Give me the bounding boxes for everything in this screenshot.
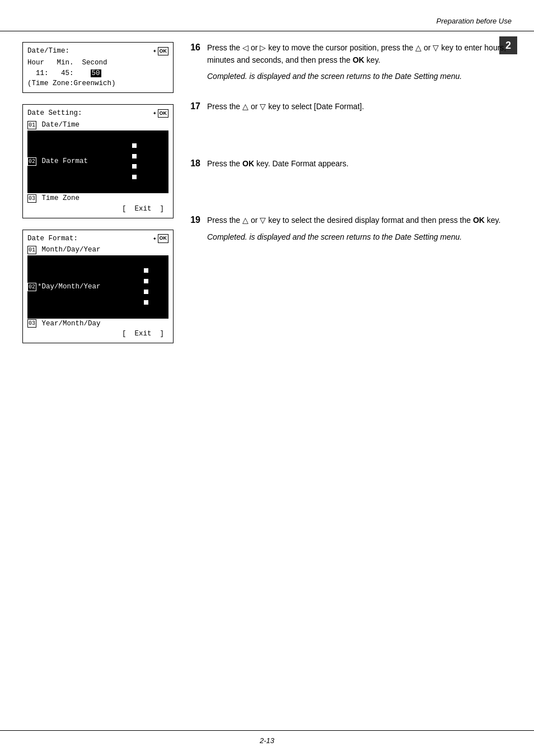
date-format-item-3: 03 Year/Month/Day — [27, 319, 168, 329]
step-16-note: Completed. is displayed and the screen r… — [207, 71, 512, 83]
date-format-title: Date Format: — [27, 234, 78, 244]
step-19-content: Press the △ or ▽ key to select the desir… — [207, 214, 512, 243]
step-19-number: 19 — [185, 214, 200, 225]
date-format-screen: Date Format: ✦OK 01 Month/Day/Year 02*Da… — [22, 230, 174, 344]
date-setting-item-3: 03 Time Zone — [27, 193, 168, 204]
date-setting-title: Date Setting: — [27, 108, 82, 119]
page-footer: 2-13 — [260, 736, 274, 745]
instructions-column: 16 Press the ◁ or ▷ key to move the curs… — [185, 42, 512, 259]
step-16: 16 Press the ◁ or ▷ key to move the curs… — [185, 42, 512, 83]
step-17: 17 Press the △ or ▽ key to select [Date … — [185, 101, 512, 113]
step-17-content: Press the △ or ▽ key to select [Date For… — [207, 101, 512, 113]
date-format-item-1: 01 Month/Day/Year — [27, 245, 168, 255]
step-18-text: Press the OK key. Date Format appears. — [207, 159, 349, 168]
step-19-text: Press the △ or ▽ key to select the desir… — [207, 216, 500, 225]
step-17-number: 17 — [185, 101, 200, 111]
ok-icon-1: ✦OK — [153, 46, 168, 56]
screens-column: Date/Time: ✦OK Hour Min. Second 11: 45: … — [22, 42, 174, 354]
step-19-note: Completed. is displayed and the screen r… — [207, 231, 512, 244]
step-17-text: Press the △ or ▽ key to select [Date For… — [207, 102, 364, 111]
step-16-content: Press the ◁ or ▷ key to move the cursor … — [207, 42, 512, 83]
step-18-number: 18 — [185, 158, 200, 169]
datetime-screen: Date/Time: ✦OK Hour Min. Second 11: 45: … — [22, 42, 174, 93]
page-number: 2-13 — [260, 736, 274, 745]
ok-icon-2: ✦OK — [153, 109, 168, 118]
date-setting-screen: Date Setting: ✦OK 01 Date/Time 02 Date F… — [22, 104, 174, 218]
ok-icon-3: ✦OK — [153, 234, 168, 244]
date-setting-item-2: 02 Date Format — [27, 130, 168, 194]
datetime-screen-title: Date/Time: — [27, 46, 69, 57]
top-divider — [0, 31, 534, 31]
page-header: Preparation before Use — [437, 17, 512, 25]
date-format-exit: [ Exit ] — [27, 329, 168, 339]
date-setting-item-1: 01 Date/Time — [27, 120, 168, 130]
step-16-number: 16 — [185, 42, 200, 53]
datetime-row-header: Hour Min. Second — [27, 58, 168, 68]
date-format-item-2: 02*Day/Month/Year — [27, 255, 168, 319]
second-value: 50 — [91, 69, 101, 77]
step-19: 19 Press the △ or ▽ key to select the de… — [185, 214, 512, 243]
datetime-row-timezone: (Time Zone:Greenwich) — [27, 78, 168, 89]
datetime-row-values: 11: 45: 50 — [27, 68, 168, 79]
bottom-divider — [0, 730, 534, 731]
step-18: 18 Press the OK key. Date Format appears… — [185, 158, 512, 170]
step-18-content: Press the OK key. Date Format appears. — [207, 158, 512, 170]
date-setting-exit: [ Exit ] — [27, 204, 168, 214]
step-16-text: Press the ◁ or ▷ key to move the cursor … — [207, 43, 506, 64]
header-title: Preparation before Use — [437, 17, 512, 25]
